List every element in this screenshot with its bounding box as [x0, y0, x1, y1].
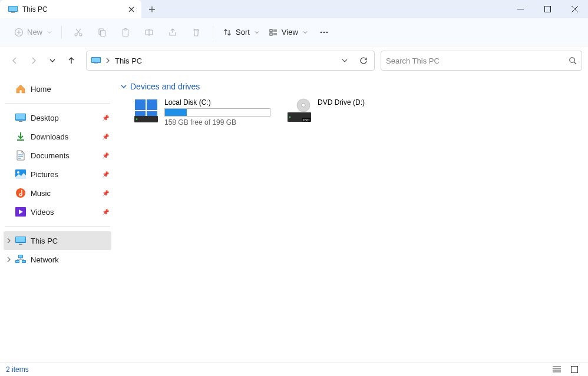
tab-title: This PC [22, 5, 123, 14]
details-view-button[interactable] [549, 364, 564, 375]
tab-close-button[interactable] [127, 5, 136, 14]
maximize-button[interactable] [534, 0, 561, 18]
pin-icon: 📌 [102, 152, 109, 159]
copy-icon [97, 28, 107, 37]
svg-point-42 [136, 118, 138, 120]
chevron-down-icon [255, 30, 259, 35]
sidebar-item-this-pc[interactable]: This PC [4, 231, 111, 250]
copy-button[interactable] [91, 23, 113, 42]
sort-label: Sort [236, 28, 250, 36]
view-icon [269, 28, 278, 37]
breadcrumb-this-pc[interactable]: This PC [115, 56, 142, 65]
address-bar[interactable]: This PC [86, 51, 375, 71]
tab-this-pc[interactable]: This PC [0, 0, 141, 18]
chevron-right-icon[interactable] [5, 255, 13, 264]
new-tab-button[interactable] [141, 0, 163, 18]
view-button[interactable]: View [265, 23, 311, 42]
svg-text:DVD: DVD [303, 118, 310, 122]
sidebar-item-network[interactable]: Network [4, 250, 111, 269]
group-header-devices[interactable]: Devices and drives [121, 79, 582, 96]
scissors-icon [74, 28, 83, 37]
trash-icon [191, 28, 201, 37]
svg-rect-8 [101, 30, 105, 36]
status-bar: 2 items [0, 362, 588, 376]
close-window-button[interactable] [561, 0, 588, 18]
sidebar-item-downloads[interactable]: Downloads 📌 [4, 127, 111, 146]
clipboard-icon [121, 28, 130, 37]
back-button[interactable] [6, 52, 24, 69]
drive-name: Local Disk (C:) [164, 98, 270, 107]
pictures-icon [15, 169, 26, 179]
chevron-down-icon [303, 30, 308, 35]
sidebar-divider [5, 103, 110, 104]
up-button[interactable] [62, 52, 80, 69]
large-icons-view-button[interactable] [567, 364, 582, 375]
sidebar-item-label: Documents [31, 151, 97, 160]
view-label: View [282, 28, 298, 36]
sort-button[interactable]: Sort [219, 23, 263, 42]
window-controls [507, 0, 588, 18]
delete-button[interactable] [186, 23, 207, 42]
search-input[interactable] [386, 56, 564, 65]
drive-dvd-d[interactable]: DVD DVD Drive (D:) [285, 96, 426, 129]
minimize-button[interactable] [507, 0, 534, 18]
svg-rect-29 [16, 237, 25, 242]
recent-locations-button[interactable] [44, 52, 61, 69]
videos-icon [15, 207, 26, 217]
svg-rect-10 [124, 28, 127, 30]
pin-icon: 📌 [102, 190, 109, 197]
sidebar-item-home[interactable]: Home [4, 79, 111, 98]
svg-rect-3 [544, 6, 550, 12]
sidebar-item-pictures[interactable]: Pictures 📌 [4, 165, 111, 184]
group-title: Devices and drives [130, 82, 200, 91]
svg-point-14 [321, 31, 322, 33]
drive-local-disk-c[interactable]: Local Disk (C:) 158 GB free of 199 GB [131, 96, 273, 129]
chevron-right-icon[interactable] [5, 237, 13, 245]
this-pc-icon [91, 57, 101, 64]
sidebar: Home Desktop 📌 Downloads 📌 Documents 📌 [0, 75, 115, 362]
chevron-right-icon[interactable] [105, 58, 110, 64]
forward-button[interactable] [25, 52, 42, 69]
search-box[interactable] [381, 51, 582, 71]
sidebar-item-music[interactable]: Music 📌 [4, 184, 111, 202]
sidebar-item-label: Pictures [31, 170, 97, 179]
ellipsis-icon [319, 28, 329, 37]
desktop-icon [15, 112, 26, 123]
this-pc-icon [15, 235, 26, 246]
pin-icon: 📌 [102, 209, 109, 215]
pin-icon: 📌 [102, 115, 109, 121]
address-dropdown-button[interactable] [338, 54, 352, 68]
svg-rect-49 [572, 366, 578, 372]
drive-name: DVD Drive (D:) [318, 98, 424, 107]
chevron-down-icon [121, 84, 127, 89]
share-button[interactable] [162, 23, 183, 42]
svg-point-44 [302, 104, 305, 107]
svg-rect-38 [147, 99, 157, 110]
sidebar-item-videos[interactable]: Videos 📌 [4, 202, 111, 221]
sidebar-item-documents[interactable]: Documents 📌 [4, 146, 111, 165]
sidebar-item-desktop[interactable]: Desktop 📌 [4, 108, 111, 127]
svg-rect-23 [19, 121, 22, 122]
svg-rect-13 [270, 33, 272, 35]
status-item-count: 2 items [6, 365, 29, 374]
paste-button[interactable] [115, 23, 136, 42]
svg-rect-32 [19, 255, 22, 258]
dvd-drive-icon: DVD [287, 98, 312, 123]
svg-rect-19 [94, 64, 98, 64]
more-button[interactable] [313, 23, 335, 42]
sidebar-item-label: Network [31, 255, 109, 264]
rename-button[interactable] [138, 23, 160, 42]
sidebar-divider [5, 226, 110, 227]
plus-circle-icon [14, 28, 24, 37]
rename-icon [144, 28, 154, 37]
sidebar-item-label: Desktop [31, 114, 97, 122]
new-button[interactable]: New [11, 23, 55, 42]
svg-point-16 [326, 31, 328, 33]
refresh-button[interactable] [356, 54, 371, 68]
svg-rect-34 [16, 261, 19, 262]
sidebar-item-label: Music [31, 189, 97, 198]
share-icon [168, 28, 177, 37]
content-pane: Devices and drives Local Disk (C:) [115, 75, 588, 362]
nav-buttons [6, 52, 80, 69]
cut-button[interactable] [68, 23, 89, 42]
